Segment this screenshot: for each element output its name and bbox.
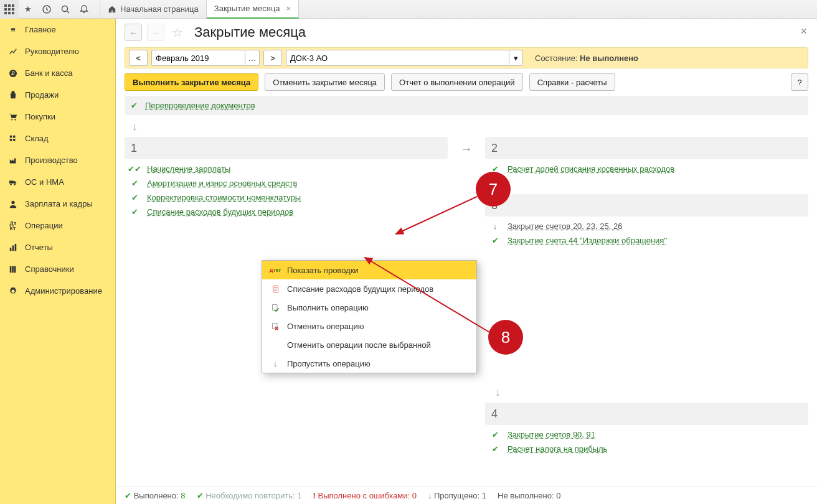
- svg-rect-24: [12, 245, 14, 251]
- close-page-button[interactable]: ×: [800, 25, 807, 38]
- operation-row[interactable]: ✔✔Начисление зарплаты: [125, 159, 448, 174]
- prev-period-button[interactable]: <: [129, 50, 148, 66]
- sidebar-item[interactable]: ОС и НМА: [0, 171, 115, 193]
- sidebar-item-label: Производство: [25, 156, 78, 165]
- operation-row[interactable]: ✔Расчет долей списания косвенных расходо…: [485, 159, 808, 174]
- operation-link[interactable]: Закрытие счетов 20, 23, 25, 26: [508, 222, 622, 231]
- operation-link[interactable]: Расчет налога на прибыль: [508, 444, 607, 454]
- period-field[interactable]: [151, 50, 245, 66]
- sidebar-item[interactable]: Справочники: [0, 258, 115, 280]
- operation-row[interactable]: ✔Списание расходов будущих периодов: [125, 202, 448, 217]
- close-icon[interactable]: ×: [286, 4, 291, 13]
- check-icon: ✔: [490, 236, 500, 245]
- gear-icon: [7, 287, 19, 296]
- callout-label: 8: [501, 328, 510, 347]
- period-picker-button[interactable]: …: [245, 50, 260, 66]
- svg-point-22: [11, 200, 14, 203]
- operation-link[interactable]: Закрытие счетов 90, 91: [508, 430, 595, 439]
- dtkt-icon: ДтКт: [270, 268, 281, 273]
- skip-icon: ↓: [490, 222, 500, 231]
- sidebar-item[interactable]: Администрирование: [0, 280, 115, 302]
- coin-icon: ₽: [7, 69, 19, 78]
- ctx-run[interactable]: Выполнить операцию: [262, 298, 476, 317]
- next-period-button[interactable]: >: [263, 50, 282, 66]
- operation-row[interactable]: ✔Расчет налога на прибыль: [485, 439, 808, 454]
- callout-7: 7: [476, 172, 511, 207]
- favorite-icon[interactable]: ☆: [172, 25, 183, 40]
- svg-rect-16: [13, 135, 16, 138]
- sidebar-item[interactable]: Покупки: [0, 106, 115, 128]
- history-icon[interactable]: [37, 0, 56, 19]
- ctx-cancel-after[interactable]: Отменить операции после выбранной: [262, 335, 476, 354]
- action-bar: Выполнить закрытие месяца Отменить закры…: [125, 73, 808, 91]
- svg-text:₽: ₽: [11, 70, 15, 77]
- ctx-show-entries[interactable]: ДтКтПоказать проводки: [262, 261, 476, 279]
- svg-point-14: [14, 119, 16, 120]
- operation-link[interactable]: Расчет долей списания косвенных расходов: [508, 164, 674, 174]
- org-dropdown-button[interactable]: ▾: [509, 50, 522, 66]
- home-icon: [108, 5, 116, 14]
- sidebar-toggle[interactable]: ≡Главное: [0, 19, 115, 40]
- ctx-skip[interactable]: ↓Пропустить операцию: [262, 354, 476, 373]
- period-input[interactable]: …: [151, 50, 260, 66]
- help-button[interactable]: ?: [791, 73, 808, 91]
- forward-button[interactable]: →: [147, 24, 164, 41]
- status-value: 0: [412, 491, 417, 500]
- refs-button[interactable]: Справки - расчеты: [529, 73, 615, 91]
- operation-link[interactable]: Закрытие счета 44 "Издержки обращения": [508, 236, 667, 245]
- ctx-cancel[interactable]: Отменить операцию: [262, 317, 476, 335]
- run-button[interactable]: Выполнить закрытие месяца: [125, 73, 258, 91]
- warehouse-icon: [7, 134, 19, 143]
- operation-link[interactable]: Амортизация и износ основных средств: [147, 179, 297, 188]
- svg-rect-30: [272, 304, 276, 310]
- status-value: 8: [181, 491, 185, 500]
- search-icon[interactable]: [56, 0, 75, 19]
- operation-row[interactable]: ✔Амортизация и износ основных средств: [125, 174, 448, 188]
- sidebar-item[interactable]: Руководителю: [0, 40, 115, 62]
- report-button[interactable]: Отчет о выполнении операций: [391, 73, 523, 91]
- sidebar-item[interactable]: Склад: [0, 128, 115, 149]
- callout-8: 8: [488, 320, 523, 355]
- sidebar-item[interactable]: ДтКтОперации: [0, 215, 115, 236]
- operation-row[interactable]: ✔Закрытие счетов 90, 91: [485, 425, 808, 439]
- svg-rect-26: [10, 266, 12, 273]
- operation-row[interactable]: ✔Корректировка стоимости номенклатуры: [125, 188, 448, 202]
- ctx-document[interactable]: Списание расходов будущих периодов: [262, 279, 476, 298]
- svg-rect-7: [8, 12, 11, 14]
- ctx-label: Показать проводки: [287, 266, 359, 275]
- context-menu: ДтКтПоказать проводки Списание расходов …: [262, 260, 477, 373]
- operation-link[interactable]: Начисление зарплаты: [147, 164, 230, 174]
- refs-label: Справки - расчеты: [537, 78, 607, 87]
- bell-icon[interactable]: [75, 0, 93, 19]
- repost-link[interactable]: Перепроведение документов: [145, 101, 255, 110]
- sidebar-item[interactable]: Продажи: [0, 84, 115, 106]
- document-icon: [270, 285, 281, 293]
- back-button[interactable]: ←: [125, 24, 142, 41]
- check-icon: ✔: [490, 444, 500, 454]
- operation-row[interactable]: ✔Закрытие счета 44 "Издержки обращения": [485, 231, 808, 245]
- apps-icon[interactable]: [0, 0, 19, 19]
- operation-link[interactable]: Списание расходов будущих периодов: [147, 207, 293, 217]
- org-field[interactable]: [286, 50, 509, 66]
- sidebar-item-label: Продажи: [25, 90, 59, 100]
- org-input[interactable]: ▾: [286, 50, 522, 66]
- svg-rect-2: [12, 4, 14, 7]
- stage-repost: ✔ Перепроведение документов: [125, 96, 808, 115]
- sidebar-item[interactable]: Производство: [0, 149, 115, 171]
- tab-home[interactable]: Начальная страница: [100, 0, 207, 19]
- sidebar-item[interactable]: ₽Банк и касса: [0, 62, 115, 84]
- check-icon: ✔: [125, 491, 131, 500]
- cancel-button[interactable]: Отменить закрытие месяца: [265, 73, 385, 91]
- cart-icon: [7, 113, 19, 121]
- section-num: 4: [491, 408, 498, 421]
- cancel-label: Отменить закрытие месяца: [273, 78, 377, 87]
- operation-row[interactable]: ↓Закрытие счетов 20, 23, 25, 26: [485, 217, 808, 231]
- status-value: 0: [556, 491, 560, 500]
- check-icon: ✔: [131, 101, 138, 110]
- tab-active[interactable]: Закрытие месяца ×: [207, 0, 299, 19]
- page-header: ← → ☆ Закрытие месяца ×: [116, 19, 817, 44]
- operation-link[interactable]: Корректировка стоимости номенклатуры: [147, 193, 301, 202]
- sidebar-item[interactable]: Отчеты: [0, 236, 115, 258]
- star-icon[interactable]: ★: [19, 0, 37, 19]
- sidebar-item[interactable]: Зарплата и кадры: [0, 193, 115, 215]
